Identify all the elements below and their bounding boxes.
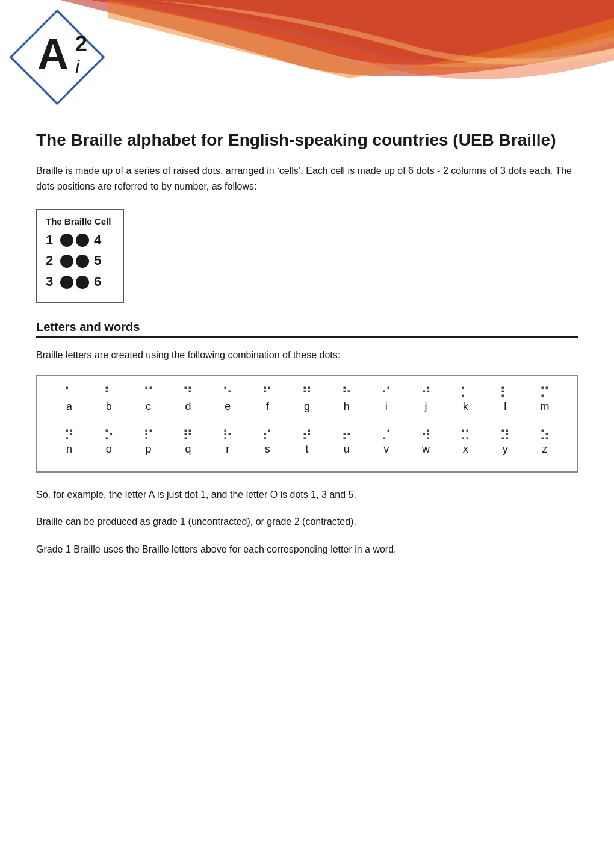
braille-cell-y: ⠽y xyxy=(485,429,525,456)
braille-dots-w: ⠺ xyxy=(421,429,432,443)
braille-row-1-dots: ⠁a⠃b⠉c⠙d⠑e⠋f⠛g⠓h⠊i⠚j⠅k⠇l⠍m xyxy=(49,386,565,413)
cell-row3-left: 3 xyxy=(46,273,59,291)
braille-cell-s: ⠎s xyxy=(247,429,287,456)
braille-dots-b: ⠃ xyxy=(104,386,114,400)
logo-diamond: A 2 i xyxy=(6,6,108,108)
braille-label-h: h xyxy=(344,400,350,413)
grade-text-2: Grade 1 Braille uses the Braille letters… xyxy=(36,542,578,557)
svg-text:A: A xyxy=(37,30,69,78)
braille-dots-o: ⠕ xyxy=(104,429,114,443)
braille-label-x: x xyxy=(463,443,468,456)
cell-row1-left: 1 xyxy=(46,231,59,250)
cell-row3-dot1 xyxy=(60,276,73,289)
braille-dots-u: ⠖ xyxy=(341,429,352,443)
braille-row-2-dots: ⠝n⠕o⠏p⠟q⠗r⠎s⠞t⠖u⠌v⠺w⠭x⠽y⠵z xyxy=(49,429,565,456)
braille-dots-e: ⠑ xyxy=(222,386,233,400)
braille-label-l: l xyxy=(504,400,506,413)
braille-label-g: g xyxy=(304,400,310,413)
braille-cell-box-title: The Braille Cell xyxy=(46,216,111,226)
braille-dots-y: ⠽ xyxy=(500,429,510,443)
braille-cell-r: ⠗r xyxy=(208,429,247,456)
svg-text:2: 2 xyxy=(75,31,87,56)
braille-label-m: m xyxy=(541,400,550,413)
braille-dots-i: ⠊ xyxy=(381,386,392,400)
example-text: So, for example, the letter A is just do… xyxy=(36,487,578,503)
braille-cell-b: ⠃b xyxy=(89,386,129,413)
braille-label-f: f xyxy=(266,400,269,413)
braille-dots-k: ⠅ xyxy=(460,386,471,400)
letters-description: Braille letters are created using the fo… xyxy=(36,347,578,363)
braille-cell-u: ⠖u xyxy=(327,429,367,456)
braille-label-k: k xyxy=(463,400,468,413)
cell-row3-right: 6 xyxy=(90,273,104,291)
braille-label-s: s xyxy=(265,443,270,456)
braille-label-c: c xyxy=(146,400,151,413)
braille-cell-q: ⠟q xyxy=(169,429,208,456)
braille-cell-w: ⠺w xyxy=(406,429,446,456)
braille-cell-h: ⠓h xyxy=(327,386,367,413)
cell-row1-dot1 xyxy=(60,234,73,247)
braille-label-a: a xyxy=(66,400,72,413)
braille-cell-box: The Braille Cell 1 4 2 5 3 6 xyxy=(36,209,124,303)
braille-label-t: t xyxy=(305,443,308,456)
grade-text-1: Braille can be produced as grade 1 (unco… xyxy=(36,514,578,530)
cell-row3-dot2 xyxy=(76,276,89,289)
braille-cell-z: ⠵z xyxy=(525,429,565,456)
braille-dots-a: ⠁ xyxy=(64,386,75,400)
cell-row1-dot2 xyxy=(76,234,89,247)
braille-dots-s: ⠎ xyxy=(262,429,273,443)
braille-cell-k: ⠅k xyxy=(445,386,485,413)
braille-cell-f: ⠋f xyxy=(247,386,287,413)
braille-cell-t: ⠞t xyxy=(287,429,327,456)
cell-row2-dot2 xyxy=(76,255,89,268)
intro-paragraph: Braille is made up of a series of raised… xyxy=(36,163,578,194)
braille-cell-p: ⠏p xyxy=(129,429,169,456)
braille-cell-n: ⠝n xyxy=(49,429,89,456)
braille-dots-c: ⠉ xyxy=(143,386,154,400)
braille-cell-g: ⠛g xyxy=(287,386,327,413)
braille-cell-m: ⠍m xyxy=(525,386,565,413)
braille-cell-c: ⠉c xyxy=(129,386,169,413)
cell-row2-dot1 xyxy=(60,255,73,268)
braille-dots-q: ⠟ xyxy=(182,429,193,443)
braille-label-e: e xyxy=(225,400,231,413)
header-banner: A 2 i xyxy=(0,0,614,117)
letters-words-heading: Letters and words xyxy=(36,320,578,338)
braille-cell-l: ⠇l xyxy=(485,386,525,413)
braille-label-w: w xyxy=(422,443,430,456)
braille-dots-n: ⠝ xyxy=(64,429,75,443)
page-title: The Braille alphabet for English-speakin… xyxy=(36,129,578,151)
braille-cell-row-1: 1 4 xyxy=(46,231,111,250)
braille-alphabet-table: ⠁a⠃b⠉c⠙d⠑e⠋f⠛g⠓h⠊i⠚j⠅k⠇l⠍m ⠝n⠕o⠏p⠟q⠗r⠎s⠞… xyxy=(36,375,578,473)
braille-dots-g: ⠛ xyxy=(302,386,312,400)
cell-row2-right: 5 xyxy=(90,252,104,270)
braille-dots-j: ⠚ xyxy=(421,386,432,400)
braille-dots-z: ⠵ xyxy=(539,429,550,443)
braille-label-y: y xyxy=(503,443,508,456)
braille-label-j: j xyxy=(425,400,427,413)
braille-cell-row-2: 2 5 xyxy=(46,252,111,270)
braille-dots-l: ⠇ xyxy=(500,386,510,400)
braille-dots-x: ⠭ xyxy=(460,429,471,443)
braille-cell-a: ⠁a xyxy=(49,386,89,413)
braille-label-u: u xyxy=(344,443,350,456)
braille-dots-t: ⠞ xyxy=(302,429,312,443)
braille-label-z: z xyxy=(542,443,548,456)
braille-label-v: v xyxy=(383,443,389,456)
braille-dots-h: ⠓ xyxy=(341,386,352,400)
braille-label-i: i xyxy=(385,400,388,413)
braille-label-n: n xyxy=(66,443,72,456)
braille-dots-d: ⠙ xyxy=(182,386,193,400)
braille-cell-d: ⠙d xyxy=(169,386,208,413)
braille-dots-p: ⠏ xyxy=(143,429,154,443)
braille-cell-e: ⠑e xyxy=(208,386,247,413)
braille-label-p: p xyxy=(146,443,152,456)
main-content: The Braille alphabet for English-speakin… xyxy=(0,117,614,593)
braille-label-b: b xyxy=(106,400,112,413)
braille-cell-v: ⠌v xyxy=(367,429,406,456)
svg-text:i: i xyxy=(75,56,80,78)
cell-row1-right: 4 xyxy=(90,231,104,250)
braille-cell-j: ⠚j xyxy=(406,386,446,413)
braille-label-q: q xyxy=(185,443,191,456)
braille-dots-r: ⠗ xyxy=(222,429,233,443)
